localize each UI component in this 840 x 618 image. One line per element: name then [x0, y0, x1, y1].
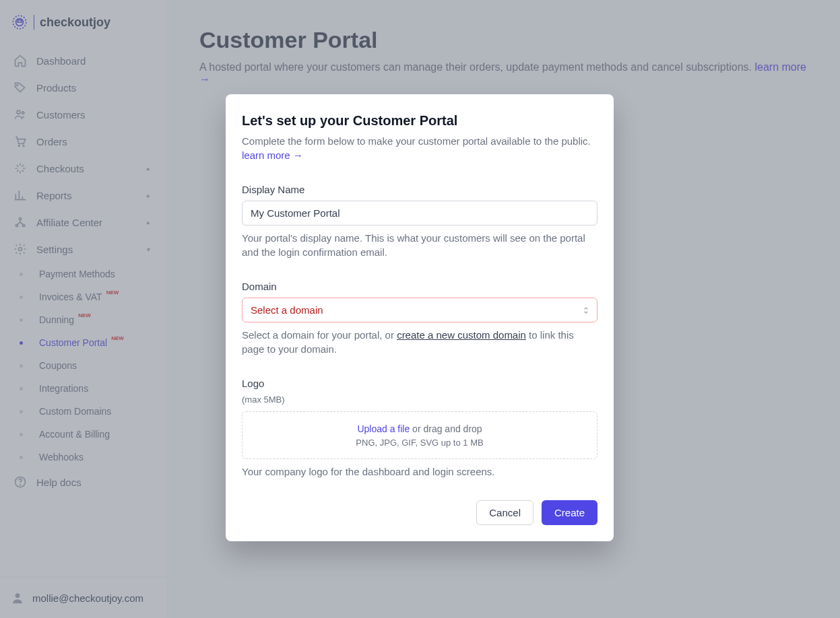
sidebar-sub-dunning[interactable]: DunningNEW — [18, 308, 162, 331]
page-subtitle: A hosted portal where your customers can… — [199, 61, 808, 85]
svg-point-13 — [15, 593, 20, 598]
upload-file-link[interactable]: Upload a file — [357, 423, 410, 434]
sidebar-sub-webhooks[interactable]: Webhooks — [18, 446, 162, 469]
logo-dropzone[interactable]: Upload a file or drag and drop PNG, JPG,… — [242, 411, 597, 459]
domain-group: Domain Select a domain Select a domain f… — [242, 281, 597, 356]
nav-label: Settings — [36, 244, 73, 255]
modal-subtitle: Complete the form below to make your cus… — [242, 134, 597, 162]
gear-cart-icon — [11, 13, 28, 31]
sidebar: checkoutjoy Dashboard Products Customers… — [0, 0, 167, 618]
home-icon — [13, 54, 27, 67]
drag-drop-text: or drag and drop — [410, 423, 482, 434]
sidebar-item-products[interactable]: Products — [5, 74, 162, 101]
sidebar-item-customers[interactable]: Customers — [5, 101, 162, 128]
svg-point-2 — [17, 85, 18, 86]
user-menu[interactable]: mollie@checkoutjoy.com — [0, 577, 167, 618]
create-button[interactable]: Create — [542, 500, 597, 525]
display-name-label: Display Name — [242, 184, 597, 195]
sub-label: Integrations — [39, 383, 88, 394]
modal-subtitle-text: Complete the form below to make your cus… — [242, 135, 591, 147]
select-caret-icon — [581, 306, 591, 315]
domain-help: Select a domain for your portal, or crea… — [242, 328, 597, 356]
users-icon — [13, 108, 27, 121]
modal-learn-more-link[interactable]: learn more → — [242, 149, 303, 161]
display-name-group: Display Name Your portal's display name.… — [242, 184, 597, 259]
sidebar-sub-coupons[interactable]: Coupons — [18, 354, 162, 377]
logo-group: Logo (max 5MB) Upload a file or drag and… — [242, 378, 597, 479]
network-icon — [13, 215, 27, 229]
sidebar-sub-payment-methods[interactable]: Payment Methods — [18, 263, 162, 285]
svg-point-10 — [19, 248, 22, 251]
page-subtitle-text: A hosted portal where your customers can… — [199, 61, 754, 73]
setup-modal: Let's set up your Customer Portal Comple… — [226, 94, 614, 541]
sub-label: Customer Portal — [39, 337, 107, 348]
sub-label: Payment Methods — [39, 269, 115, 279]
svg-point-8 — [15, 224, 18, 226]
sub-label: Invoices & VAT — [39, 291, 102, 302]
user-email: mollie@checkoutjoy.com — [32, 592, 143, 604]
nav-label: Affiliate Center — [36, 217, 102, 228]
file-formats-text: PNG, JPG, GIF, SVG up to 1 MB — [253, 438, 586, 448]
logo-help: Your company logo for the dashboard and … — [242, 465, 597, 479]
svg-point-3 — [17, 110, 20, 114]
modal-footer: Cancel Create — [242, 500, 597, 525]
brand-logo[interactable]: checkoutjoy — [0, 0, 167, 47]
chart-icon — [13, 188, 27, 202]
domain-select[interactable]: Select a domain — [242, 298, 597, 322]
logo-sublabel: (max 5MB) — [242, 394, 597, 405]
svg-point-4 — [22, 112, 24, 114]
chevron-right-icon: ▸ — [147, 219, 154, 226]
nav-label: Help docs — [36, 477, 82, 488]
display-name-input[interactable] — [242, 201, 597, 226]
domain-help-pre: Select a domain for your portal, or — [242, 329, 397, 341]
display-name-help: Your portal's display name. This is what… — [242, 231, 597, 259]
logo-divider — [34, 15, 34, 30]
new-badge: NEW — [78, 312, 91, 318]
sidebar-item-affiliate[interactable]: Affiliate Center ▸ — [5, 209, 162, 236]
settings-submenu: Payment Methods Invoices & VATNEW Dunnin… — [18, 263, 162, 469]
sidebar-sub-integrations[interactable]: Integrations — [18, 377, 162, 400]
sub-label: Account & Billing — [39, 429, 110, 440]
sidebar-item-checkouts[interactable]: Checkouts ▸ — [5, 155, 162, 182]
sidebar-sub-custom-domains[interactable]: Custom Domains — [18, 400, 162, 423]
sidebar-item-settings[interactable]: Settings ▾ — [5, 236, 162, 263]
new-badge: NEW — [111, 335, 124, 341]
brand-name: checkoutjoy — [40, 15, 110, 30]
create-domain-link[interactable]: create a new custom domain — [397, 329, 526, 341]
sidebar-sub-invoices[interactable]: Invoices & VATNEW — [18, 285, 162, 308]
cancel-button[interactable]: Cancel — [476, 500, 534, 525]
chevron-right-icon: ▸ — [147, 165, 154, 172]
chevron-right-icon: ▸ — [147, 192, 154, 199]
page-title: Customer Portal — [199, 27, 808, 53]
svg-point-5 — [19, 145, 20, 147]
sidebar-item-help[interactable]: Help docs — [5, 469, 162, 495]
sidebar-sub-customer-portal[interactable]: Customer PortalNEW — [18, 331, 162, 354]
nav-label: Orders — [36, 136, 67, 147]
nav-label: Customers — [36, 109, 86, 121]
sub-label: Webhooks — [39, 452, 84, 462]
nav-label: Checkouts — [36, 163, 84, 174]
cart-icon — [13, 135, 27, 148]
domain-label: Domain — [242, 281, 597, 292]
chevron-down-icon: ▾ — [147, 246, 154, 252]
nav-label: Dashboard — [36, 55, 86, 67]
sidebar-sub-account-billing[interactable]: Account & Billing — [18, 423, 162, 446]
user-icon — [11, 591, 24, 605]
svg-point-12 — [20, 485, 21, 485]
sidebar-item-reports[interactable]: Reports ▸ — [5, 182, 162, 209]
sidebar-item-dashboard[interactable]: Dashboard — [5, 47, 162, 74]
tag-icon — [13, 81, 27, 94]
svg-point-6 — [23, 145, 24, 147]
logo-label: Logo — [242, 378, 597, 389]
sub-label: Coupons — [39, 360, 77, 371]
nav-label: Products — [36, 82, 76, 94]
sidebar-item-orders[interactable]: Orders — [5, 128, 162, 155]
svg-point-9 — [22, 224, 24, 226]
help-icon — [13, 475, 27, 489]
sparkle-icon — [13, 162, 27, 175]
new-badge: NEW — [106, 289, 119, 296]
modal-title: Let's set up your Customer Portal — [242, 113, 597, 129]
sub-label: Custom Domains — [39, 406, 111, 417]
sub-label: Dunning — [39, 314, 74, 325]
nav-label: Reports — [36, 190, 72, 201]
